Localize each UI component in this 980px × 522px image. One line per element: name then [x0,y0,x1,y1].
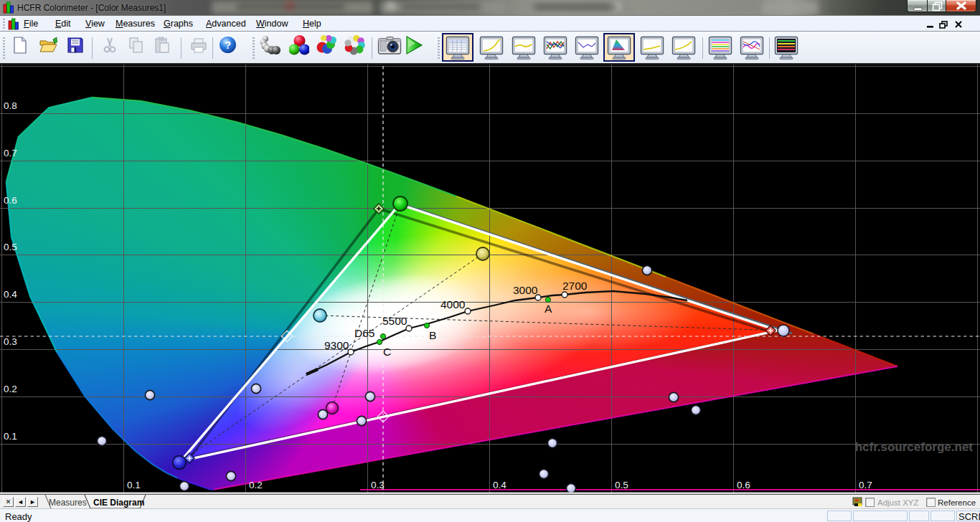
svg-text:C: C [383,346,391,358]
svg-text:A: A [545,303,552,315]
svg-text:0.4: 0.4 [493,480,507,490]
svg-text:3000: 3000 [513,284,538,296]
svg-text:B: B [429,329,436,341]
svg-text:0.7: 0.7 [4,148,17,158]
svg-text:0.3: 0.3 [4,336,17,347]
svg-text:0.6: 0.6 [737,480,750,490]
svg-text:0.3: 0.3 [371,480,385,490]
svg-text:0.4: 0.4 [4,289,17,300]
svg-text:0.6: 0.6 [4,195,17,206]
svg-text:5500: 5500 [382,315,407,327]
svg-text:4000: 4000 [440,298,466,310]
svg-text:0.2: 0.2 [249,480,263,490]
svg-text:0.7: 0.7 [859,480,872,490]
svg-text:0.8: 0.8 [4,100,17,111]
svg-text:0.5: 0.5 [615,480,628,490]
svg-text:0.1: 0.1 [4,431,17,442]
svg-text:D65: D65 [354,327,374,339]
svg-text:0.2: 0.2 [4,384,17,394]
svg-text:0.1: 0.1 [127,480,141,490]
svg-text:?: ? [225,39,231,51]
svg-text:0.5: 0.5 [4,242,17,252]
svg-text:2700: 2700 [562,280,588,292]
svg-text:hcfr.sourceforge.net: hcfr.sourceforge.net [855,440,974,454]
svg-text:9300: 9300 [324,339,349,351]
